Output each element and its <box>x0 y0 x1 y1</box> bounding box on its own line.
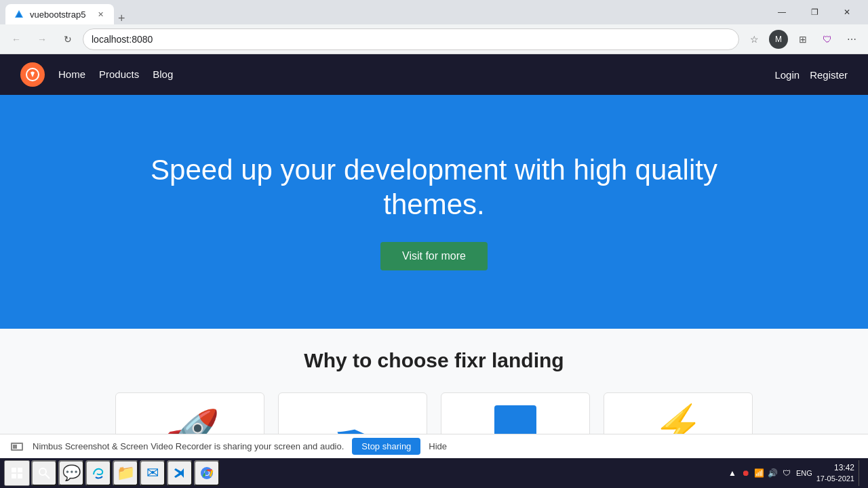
clock-date: 17-05-2021 <box>816 474 854 484</box>
webpage: Home Products Blog Login Register Speed … <box>0 54 868 488</box>
browser-tab[interactable]: vuebootstrap5 ✕ <box>5 4 114 24</box>
nav-login[interactable]: Login <box>774 69 800 81</box>
extensions-button[interactable]: ⊞ <box>792 28 814 50</box>
svg-rect-3 <box>12 468 16 472</box>
tray-network-icon[interactable]: 📶 <box>754 468 765 479</box>
shield-icon[interactable]: 🛡 <box>816 28 838 50</box>
toolbar-icons: ☆ M ⊞ 🛡 ⋯ <box>743 28 863 50</box>
site-nav-links: Home Products Blog <box>58 68 173 81</box>
nav-products[interactable]: Products <box>99 68 139 81</box>
restore-button[interactable]: ❐ <box>799 1 830 23</box>
svg-marker-10 <box>180 468 184 478</box>
new-tab-button[interactable]: + <box>114 12 130 24</box>
nav-register[interactable]: Register <box>810 69 848 81</box>
svg-rect-5 <box>12 474 16 479</box>
search-taskbar-button[interactable] <box>31 460 57 486</box>
nimbus-bar: Nimbus Screenshot & Screen Video Recorde… <box>0 434 868 458</box>
tray-shield-icon[interactable]: 🛡 <box>781 468 792 479</box>
close-button[interactable]: ✕ <box>831 1 863 23</box>
mail-taskbar[interactable]: ✉ <box>140 460 165 486</box>
tab-close-button[interactable]: ✕ <box>95 9 106 20</box>
stop-sharing-button[interactable]: Stop sharing <box>352 438 420 455</box>
url-bar[interactable]: localhost:8080 <box>83 28 739 50</box>
svg-point-7 <box>39 468 46 475</box>
section-title: Why to choose fixr landing <box>20 349 848 372</box>
vscode-taskbar[interactable] <box>167 460 193 486</box>
taskbar-right: ▲ ⏺ 📶 🔊 🛡 ENG 13:42 17-05-2021 <box>727 460 864 486</box>
settings-button[interactable]: ⋯ <box>841 28 863 50</box>
svg-rect-4 <box>18 468 22 472</box>
folder-taskbar[interactable]: 📁 <box>113 460 138 486</box>
taskbar-apps: 💬 📁 ✉ <box>58 460 220 486</box>
forward-button[interactable]: → <box>31 28 53 50</box>
hero-section: Speed up your development with high qual… <box>0 95 868 329</box>
start-button[interactable] <box>4 460 30 486</box>
site-navbar: Home Products Blog Login Register <box>0 54 868 95</box>
window-controls: — ❐ ✕ <box>766 1 863 23</box>
tab-favicon <box>14 9 24 20</box>
tab-title: vuebootstrap5 <box>30 9 85 20</box>
svg-rect-6 <box>18 474 22 479</box>
minimize-button[interactable]: — <box>766 1 797 23</box>
chrome-taskbar[interactable] <box>194 460 220 486</box>
show-desktop-button[interactable] <box>859 460 864 486</box>
language-label: ENG <box>796 469 812 477</box>
taskbar: 💬 📁 ✉ <box>0 458 868 488</box>
profile-icon: M <box>769 30 788 49</box>
edge-taskbar[interactable] <box>85 460 111 486</box>
taskbar-clock[interactable]: 13:42 17-05-2021 <box>816 462 854 484</box>
nav-blog[interactable]: Blog <box>153 68 173 81</box>
tray-record-icon[interactable]: ⏺ <box>741 468 751 479</box>
hide-button[interactable]: Hide <box>429 441 447 451</box>
clock-time: 13:42 <box>816 462 854 474</box>
browser-window: vuebootstrap5 ✕ + — ❐ ✕ ← → ↻ localhost:… <box>0 0 868 488</box>
reload-button[interactable]: ↻ <box>57 28 79 50</box>
skype-taskbar[interactable]: 💬 <box>58 460 84 486</box>
taskbar-tray: ▲ ⏺ 📶 🔊 🛡 <box>727 468 792 479</box>
tab-strip: vuebootstrap5 ✕ + <box>5 0 130 24</box>
nav-home[interactable]: Home <box>58 68 85 81</box>
profile-button[interactable]: M <box>768 28 789 50</box>
site-nav-auth: Login Register <box>774 69 848 81</box>
tray-volume-icon[interactable]: 🔊 <box>768 468 778 479</box>
back-button[interactable]: ← <box>5 28 27 50</box>
nimbus-message: Nimbus Screenshot & Screen Video Recorde… <box>33 441 344 451</box>
bookmark-button[interactable]: ☆ <box>743 28 765 50</box>
address-bar: ← → ↻ localhost:8080 ☆ M ⊞ 🛡 ⋯ <box>0 24 868 54</box>
title-bar: vuebootstrap5 ✕ + — ❐ ✕ <box>0 0 868 24</box>
svg-point-13 <box>205 471 209 475</box>
site-logo <box>20 62 45 87</box>
url-text: localhost:8080 <box>92 34 730 45</box>
tray-arrow-icon[interactable]: ▲ <box>727 468 738 479</box>
nimbus-icon <box>11 442 24 451</box>
cta-button[interactable]: Visit for more <box>380 242 488 270</box>
hero-heading: Speed up your development with high qual… <box>129 153 739 222</box>
svg-line-8 <box>45 474 50 479</box>
